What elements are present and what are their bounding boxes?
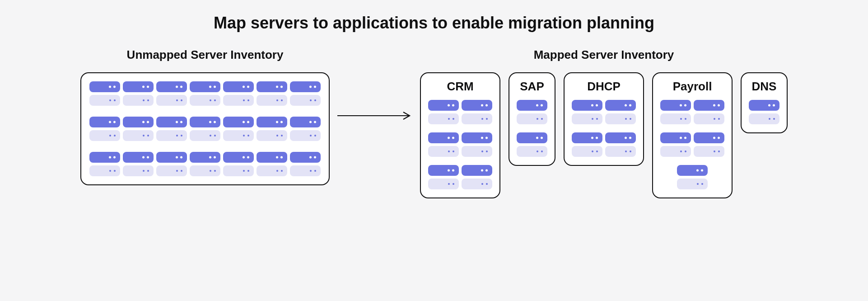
server-icon xyxy=(89,152,120,176)
diagram-body: Unmapped Server Inventory Mapped Server … xyxy=(22,48,846,198)
server-icon xyxy=(123,81,154,106)
server-icon xyxy=(223,81,254,106)
group-panel-dhcp: DHCP xyxy=(564,72,644,166)
server-icon xyxy=(156,152,187,176)
server-icon xyxy=(517,132,547,157)
unmapped-column: Unmapped Server Inventory xyxy=(80,48,330,185)
group-label: DNS xyxy=(752,80,777,94)
server-icon xyxy=(190,81,220,106)
mapped-row: CRMSAPDHCPPayrollDNS xyxy=(420,72,788,198)
diagram-title: Map servers to applications to enable mi… xyxy=(22,14,846,33)
server-icon xyxy=(572,100,602,124)
group-panel-sap: SAP xyxy=(509,72,555,166)
server-icon xyxy=(660,100,691,124)
mapped-heading: Mapped Server Inventory xyxy=(534,48,674,63)
server-icon xyxy=(428,132,459,157)
server-icon xyxy=(190,152,220,176)
group-grid xyxy=(749,100,779,124)
server-icon xyxy=(428,165,459,189)
group-label: Payroll xyxy=(673,80,712,94)
server-icon xyxy=(123,152,154,176)
server-icon xyxy=(257,117,287,141)
server-icon xyxy=(462,132,492,157)
server-icon xyxy=(605,100,636,124)
unmapped-heading: Unmapped Server Inventory xyxy=(127,48,284,63)
group-panel-crm: CRM xyxy=(420,72,500,198)
server-icon xyxy=(89,117,120,141)
server-icon xyxy=(517,100,547,124)
server-icon xyxy=(290,117,321,141)
server-icon xyxy=(123,117,154,141)
server-icon xyxy=(660,132,691,157)
server-icon xyxy=(89,81,120,106)
server-icon xyxy=(156,117,187,141)
group-label: CRM xyxy=(447,80,473,94)
server-icon xyxy=(428,100,459,124)
group-grid xyxy=(660,100,724,157)
server-icon xyxy=(462,165,492,189)
unmapped-grid xyxy=(89,81,321,176)
group-grid-remainder xyxy=(677,165,708,189)
server-icon xyxy=(694,100,724,124)
arrow-right-icon xyxy=(336,111,413,120)
group-label: SAP xyxy=(520,80,544,94)
server-icon xyxy=(677,165,708,189)
server-icon xyxy=(290,81,321,106)
mapped-column: Mapped Server Inventory CRMSAPDHCPPayrol… xyxy=(420,48,788,198)
server-icon xyxy=(257,152,287,176)
group-panel-payroll: Payroll xyxy=(652,72,733,198)
group-grid xyxy=(572,100,636,157)
group-label: DHCP xyxy=(587,80,621,94)
server-icon xyxy=(572,132,602,157)
server-icon xyxy=(190,117,220,141)
server-icon xyxy=(462,100,492,124)
server-icon xyxy=(290,152,321,176)
unmapped-panel xyxy=(80,72,330,185)
server-icon xyxy=(257,81,287,106)
server-icon xyxy=(156,81,187,106)
server-icon xyxy=(694,132,724,157)
group-panel-dns: DNS xyxy=(741,72,788,133)
server-icon xyxy=(223,152,254,176)
group-grid xyxy=(428,100,492,189)
arrow-column xyxy=(330,48,420,120)
server-icon xyxy=(749,100,779,124)
server-icon xyxy=(223,117,254,141)
group-grid xyxy=(517,100,547,157)
server-icon xyxy=(605,132,636,157)
